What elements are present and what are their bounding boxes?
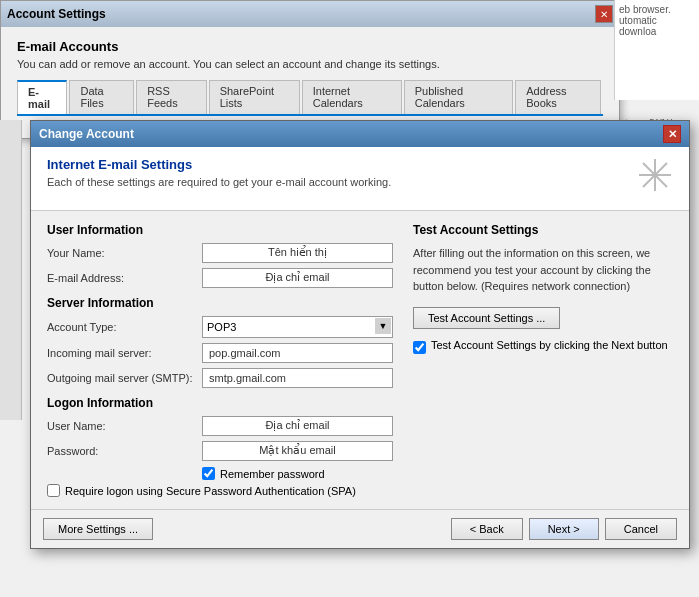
browser-line1: eb browser.	[619, 4, 695, 15]
remember-password-checkbox[interactable]	[202, 467, 215, 480]
username-row: User Name: Địa chỉ email	[47, 416, 393, 436]
server-info-title: Server Information	[47, 296, 393, 310]
dialog-titlebar: Change Account ✕	[31, 121, 689, 147]
tab-published-calendars[interactable]: Published Calendars	[404, 80, 514, 114]
test-next-checkbox[interactable]	[413, 341, 426, 354]
spa-checkbox[interactable]	[47, 484, 60, 497]
test-section-title: Test Account Settings	[413, 223, 673, 237]
tab-internet-calendars[interactable]: Internet Calendars	[302, 80, 402, 114]
username-value: Địa chỉ email	[202, 416, 393, 436]
outgoing-mail-row: Outgoing mail server (SMTP):	[47, 368, 393, 388]
username-label: User Name:	[47, 420, 202, 432]
logon-info-title: Logon Information	[47, 396, 393, 410]
test-section-description: After filling out the information on thi…	[413, 245, 673, 295]
dialog-header-text: Internet E-mail Settings Each of these s…	[47, 157, 391, 188]
back-button[interactable]: < Back	[451, 518, 523, 540]
user-info-title: User Information	[47, 223, 393, 237]
dialog-title: Change Account	[39, 127, 134, 141]
tab-address-books[interactable]: Address Books	[515, 80, 601, 114]
account-type-row: Account Type: POP3 IMAP ▼	[47, 316, 393, 338]
remember-password-row: Remember password	[202, 467, 393, 480]
spa-label: Require logon using Secure Password Auth…	[65, 485, 356, 497]
email-address-row: E-mail Address: Địa chỉ email	[47, 268, 393, 288]
dialog-body: User Information Your Name: Tên hiển thị…	[31, 211, 689, 509]
password-value: Mật khẩu email	[202, 441, 393, 461]
incoming-mail-label: Incoming mail server:	[47, 347, 202, 359]
email-address-value: Địa chỉ email	[202, 268, 393, 288]
outgoing-mail-input[interactable]	[202, 368, 393, 388]
form-column: User Information Your Name: Tên hiển thị…	[47, 223, 393, 497]
dialog-header: Internet E-mail Settings Each of these s…	[31, 147, 689, 211]
spa-row: Require logon using Secure Password Auth…	[47, 484, 393, 497]
password-label: Password:	[47, 445, 202, 457]
info-column: Test Account Settings After filling out …	[413, 223, 673, 497]
right-browser-panel: eb browser. utomatic downloa	[614, 0, 699, 100]
your-name-value: Tên hiển thị	[202, 243, 393, 263]
next-button[interactable]: Next >	[529, 518, 599, 540]
cancel-button[interactable]: Cancel	[605, 518, 677, 540]
incoming-mail-row: Incoming mail server:	[47, 343, 393, 363]
tab-email[interactable]: E-mail	[17, 80, 67, 114]
remember-password-label: Remember password	[220, 468, 325, 480]
account-settings-title: Account Settings	[7, 7, 106, 21]
account-type-select[interactable]: POP3 IMAP	[202, 316, 393, 338]
dialog-close-button[interactable]: ✕	[663, 125, 681, 143]
account-settings-window: Account Settings ✕ E-mail Accounts You c…	[0, 0, 620, 139]
tabs-bar: E-mail Data Files RSS Feeds SharePoint L…	[17, 80, 603, 116]
change-account-dialog: Change Account ✕ Internet E-mail Setting…	[30, 120, 690, 549]
your-name-label: Your Name:	[47, 247, 202, 259]
account-type-label: Account Type:	[47, 321, 202, 333]
test-next-label: Test Account Settings by clicking the Ne…	[431, 339, 668, 351]
dialog-header-title: Internet E-mail Settings	[47, 157, 391, 172]
dialog-header-subtitle: Each of these settings are required to g…	[47, 176, 391, 188]
account-settings-close-button[interactable]: ✕	[595, 5, 613, 23]
outgoing-mail-label: Outgoing mail server (SMTP):	[47, 372, 202, 384]
tab-data-files[interactable]: Data Files	[69, 80, 134, 114]
incoming-mail-input[interactable]	[202, 343, 393, 363]
account-type-select-wrapper[interactable]: POP3 IMAP ▼	[202, 316, 393, 338]
email-accounts-subtitle: You can add or remove an account. You ca…	[17, 58, 603, 70]
account-settings-titlebar: Account Settings ✕	[1, 1, 619, 27]
sidebar-strip	[0, 120, 22, 420]
dialog-footer: More Settings ... < Back Next > Cancel	[31, 509, 689, 548]
tab-rss-feeds[interactable]: RSS Feeds	[136, 80, 206, 114]
browser-line2: utomatic downloa	[619, 15, 695, 37]
your-name-row: Your Name: Tên hiển thị	[47, 243, 393, 263]
dialog-header-icon	[637, 157, 673, 200]
password-row: Password: Mật khẩu email	[47, 441, 393, 461]
footer-buttons: < Back Next > Cancel	[451, 518, 677, 540]
test-account-settings-button[interactable]: Test Account Settings ...	[413, 307, 560, 329]
more-settings-button[interactable]: More Settings ...	[43, 518, 153, 540]
email-address-label: E-mail Address:	[47, 272, 202, 284]
tab-sharepoint-lists[interactable]: SharePoint Lists	[209, 80, 300, 114]
test-next-checkbox-row: Test Account Settings by clicking the Ne…	[413, 339, 673, 354]
email-accounts-title: E-mail Accounts	[17, 39, 603, 54]
